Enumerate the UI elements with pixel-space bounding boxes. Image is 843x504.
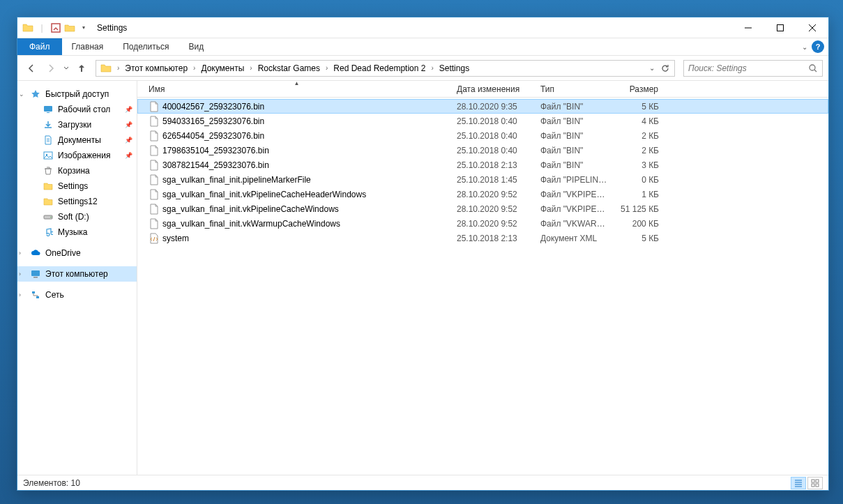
file-row[interactable]: sga_vulkan_final_init.vkPipelineCacheWin… bbox=[137, 201, 828, 216]
search-box[interactable] bbox=[683, 60, 823, 77]
titlebar: | ▾ Settings bbox=[17, 17, 828, 38]
address-folder-icon[interactable] bbox=[98, 61, 114, 76]
file-row[interactable]: system25.10.2018 2:13Документ XML5 КБ bbox=[137, 231, 828, 245]
sidebar-quick-access[interactable]: ⌄ Быстрый доступ bbox=[17, 86, 137, 102]
file-name: sga_vulkan_final_init.pipelineMarkerFile bbox=[162, 175, 311, 185]
ribbon-expand-icon[interactable]: ⌄ bbox=[802, 43, 807, 51]
breadcrumb-segment[interactable]: Этот компьютер bbox=[122, 61, 190, 76]
address-dropdown-icon[interactable]: ⌄ bbox=[649, 64, 655, 72]
chevron-right-icon[interactable]: › bbox=[19, 250, 27, 257]
chevron-right-icon[interactable]: › bbox=[190, 64, 198, 72]
file-type: Файл "BIN" bbox=[535, 146, 614, 155]
network-icon bbox=[30, 289, 41, 300]
chevron-right-icon[interactable]: › bbox=[247, 64, 255, 72]
nav-forward-button[interactable] bbox=[43, 60, 59, 77]
nav-back-button[interactable] bbox=[23, 60, 40, 77]
file-row[interactable]: sga_vulkan_final_init.pipelineMarkerFile… bbox=[137, 172, 828, 187]
file-row[interactable]: 1798635104_259323076.bin25.10.2018 0:40Ф… bbox=[137, 143, 828, 158]
column-date[interactable]: Дата изменения bbox=[451, 84, 535, 94]
svg-rect-1 bbox=[777, 24, 784, 31]
file-row[interactable]: sga_vulkan_final_init.vkWarmupCacheWindo… bbox=[137, 216, 828, 231]
chevron-right-icon[interactable]: › bbox=[323, 64, 331, 72]
breadcrumb-segment[interactable]: Rockstar Games bbox=[255, 61, 323, 76]
view-details-button[interactable] bbox=[791, 477, 806, 489]
file-icon bbox=[149, 130, 160, 142]
search-icon[interactable] bbox=[808, 63, 818, 73]
chevron-right-icon[interactable]: › bbox=[428, 64, 436, 72]
file-name: system bbox=[162, 234, 189, 243]
sidebar-item-label: Корзина bbox=[58, 166, 90, 176]
tab-view[interactable]: Вид bbox=[179, 38, 213, 55]
sidebar-item-pictures[interactable]: Изображения 📌 bbox=[17, 148, 137, 163]
file-row[interactable]: sga_vulkan_final_init.vkPipelineCacheHea… bbox=[137, 187, 828, 201]
file-name: 400042567_259323076.bin bbox=[162, 102, 264, 112]
file-list[interactable]: 400042567_259323076.bin28.10.2020 9:35Фа… bbox=[137, 98, 828, 475]
chevron-right-icon[interactable]: › bbox=[19, 291, 27, 298]
minimize-button[interactable] bbox=[732, 17, 764, 38]
pin-icon: 📌 bbox=[125, 106, 132, 113]
new-folder-icon[interactable] bbox=[63, 22, 76, 34]
chevron-right-icon[interactable]: › bbox=[114, 64, 122, 72]
sidebar-item-recycle[interactable]: Корзина bbox=[17, 163, 137, 178]
file-icon bbox=[149, 101, 160, 112]
nav-up-button[interactable] bbox=[73, 60, 90, 77]
folder-icon bbox=[43, 181, 54, 192]
file-size: 2 КБ bbox=[614, 131, 664, 141]
sidebar-onedrive[interactable]: › OneDrive bbox=[17, 245, 137, 261]
file-size: 5 КБ bbox=[614, 102, 664, 112]
tab-share[interactable]: Поделиться bbox=[113, 38, 179, 55]
sidebar-item-settings[interactable]: Settings bbox=[17, 178, 137, 194]
file-date: 25.10.2018 2:13 bbox=[451, 160, 535, 170]
file-size: 1 КБ bbox=[614, 190, 664, 199]
chevron-right-icon[interactable]: › bbox=[19, 270, 27, 277]
address-bar[interactable]: › Этот компьютер › Документы › Rockstar … bbox=[96, 60, 675, 77]
sidebar-item-label: Изображения bbox=[58, 151, 110, 160]
chevron-down-icon[interactable]: ⌄ bbox=[19, 91, 27, 98]
sidebar-item-downloads[interactable]: Загрузки 📌 bbox=[17, 117, 137, 132]
file-type: Файл "PIPELINEM... bbox=[535, 175, 614, 185]
breadcrumb-segment[interactable]: Документы bbox=[198, 61, 247, 76]
status-bar: Элементов: 10 bbox=[17, 475, 828, 490]
help-icon[interactable]: ? bbox=[812, 40, 824, 53]
qat-dropdown-icon[interactable]: ▾ bbox=[77, 22, 90, 34]
sidebar-item-desktop[interactable]: Рабочий стол 📌 bbox=[17, 102, 137, 117]
sidebar-item-documents[interactable]: Документы 📌 bbox=[17, 132, 137, 148]
file-name: 626544054_259323076.bin bbox=[162, 131, 264, 141]
status-text: Элементов: 10 bbox=[23, 478, 80, 488]
file-date: 25.10.2018 2:13 bbox=[451, 234, 535, 243]
maximize-button[interactable] bbox=[764, 17, 796, 38]
sidebar-item-music[interactable]: Музыка bbox=[17, 224, 137, 240]
sidebar-item-settings12[interactable]: Settings12 bbox=[17, 194, 137, 209]
tab-home[interactable]: Главная bbox=[62, 38, 114, 55]
file-row[interactable]: 3087821544_259323076.bin25.10.2018 2:13Ф… bbox=[137, 158, 828, 172]
file-row[interactable]: 400042567_259323076.bin28.10.2020 9:35Фа… bbox=[137, 99, 828, 114]
nav-recent-dropdown[interactable] bbox=[62, 60, 70, 77]
svg-point-2 bbox=[810, 65, 815, 70]
sidebar-this-pc[interactable]: › Этот компьютер bbox=[17, 266, 137, 282]
file-icon bbox=[149, 233, 160, 244]
file-row[interactable]: 626544054_259323076.bin25.10.2018 0:40Фа… bbox=[137, 128, 828, 143]
sidebar-item-label: Быстрый доступ bbox=[45, 89, 109, 99]
file-type: Файл "VKPIPELIN... bbox=[535, 190, 614, 199]
file-name: 594033165_259323076.bin bbox=[162, 116, 264, 126]
column-name[interactable]: ▲ Имя bbox=[143, 84, 451, 94]
breadcrumb-segment[interactable]: Red Dead Redemption 2 bbox=[331, 61, 428, 76]
sidebar-item-label: Документы bbox=[58, 135, 101, 145]
close-button[interactable] bbox=[796, 17, 828, 38]
file-type: Файл "BIN" bbox=[535, 102, 614, 112]
file-name: sga_vulkan_final_init.vkPipelineCacheWin… bbox=[162, 204, 339, 214]
column-size[interactable]: Размер bbox=[614, 84, 664, 94]
column-type[interactable]: Тип bbox=[535, 84, 614, 94]
computer-icon bbox=[30, 268, 41, 280]
view-thumbnails-button[interactable] bbox=[807, 477, 823, 489]
search-input[interactable] bbox=[688, 63, 808, 73]
file-name: 1798635104_259323076.bin bbox=[162, 146, 269, 155]
tab-file[interactable]: Файл bbox=[17, 38, 62, 55]
svg-rect-3 bbox=[44, 106, 52, 112]
file-row[interactable]: 594033165_259323076.bin25.10.2018 0:40Фа… bbox=[137, 114, 828, 128]
breadcrumb-segment[interactable]: Settings bbox=[436, 61, 472, 76]
properties-icon[interactable] bbox=[50, 22, 62, 34]
refresh-icon[interactable] bbox=[660, 63, 670, 73]
sidebar-item-soft-d[interactable]: Soft (D:) bbox=[17, 209, 137, 224]
sidebar-network[interactable]: › Сеть bbox=[17, 287, 137, 303]
